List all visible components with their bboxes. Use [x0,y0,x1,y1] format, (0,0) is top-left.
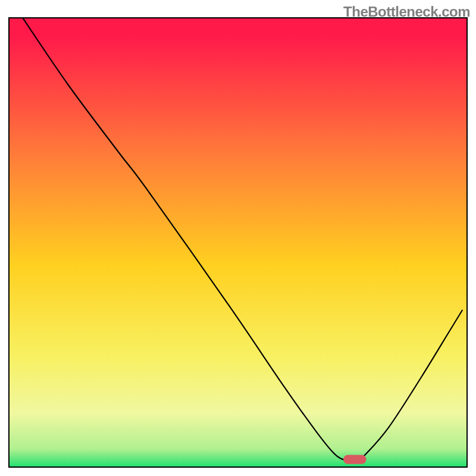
watermark-text: TheBottleneck.com [343,4,470,20]
bottleneck-chart [0,0,476,476]
gradient-background [9,18,467,467]
chart-container: TheBottleneck.com [0,0,476,476]
optimal-marker [343,455,367,464]
